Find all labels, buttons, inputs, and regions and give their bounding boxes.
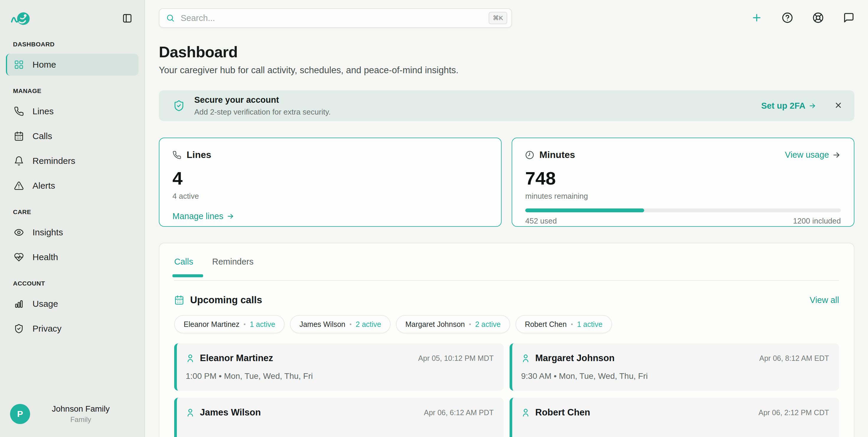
lines-active-label: 4 active: [173, 192, 488, 201]
sidebar-item-label: Privacy: [32, 323, 61, 334]
nav-section-account: ACCOUNTUsagePrivacy: [6, 280, 138, 340]
user-profile[interactable]: P Johnson Family Family: [0, 396, 144, 437]
sidebar-item-calls[interactable]: Calls: [6, 125, 138, 147]
chip-contact-name: Margaret Johnson: [405, 320, 465, 329]
sidebar-item-privacy[interactable]: Privacy: [6, 318, 138, 340]
contact-chip-james-wilson[interactable]: James Wilson•2 active: [290, 315, 391, 333]
sidebar-item-label: Insights: [32, 227, 63, 238]
help-circle-icon: [782, 12, 793, 23]
chip-active-count: 1 active: [250, 320, 275, 329]
call-contact-name: Eleanor Martinez: [200, 353, 273, 364]
minutes-remaining-label: minutes remaining: [525, 192, 841, 201]
calendar-icon: [174, 295, 184, 305]
sidebar-item-health[interactable]: Health: [6, 246, 138, 268]
sidebar-item-home[interactable]: Home: [6, 54, 138, 75]
close-icon: [834, 101, 843, 110]
contact-chip-margaret-johnson[interactable]: Margaret Johnson•2 active: [396, 315, 510, 333]
chip-active-count: 2 active: [475, 320, 500, 329]
sidebar-item-label: Usage: [32, 299, 58, 309]
security-banner: Secure your account Add 2-step verificat…: [159, 90, 855, 121]
call-card-james-wilson[interactable]: James WilsonApr 06, 6:12 AM PDT: [174, 398, 504, 437]
call-contact-name: James Wilson: [200, 407, 261, 418]
call-card-robert-chen[interactable]: Robert ChenApr 06, 2:12 PM CDT: [509, 398, 839, 437]
chip-separator-dot: •: [571, 321, 573, 328]
sidebar-toggle-button[interactable]: [121, 12, 134, 25]
nav-section-label: MANAGE: [13, 87, 138, 94]
app-window: DASHBOARDHomeMANAGELinesCallsRemindersAl…: [0, 0, 868, 437]
minutes-included-label: 1200 included: [793, 216, 841, 226]
grid-icon: [14, 60, 24, 70]
minutes-card-title: Minutes: [539, 149, 575, 160]
chip-separator-dot: •: [469, 321, 471, 328]
create-button[interactable]: [751, 12, 762, 24]
chip-separator-dot: •: [349, 321, 352, 328]
tab-reminders[interactable]: Reminders: [212, 257, 253, 267]
call-card-header: Eleanor MartinezApr 05, 10:12 PM MDT: [186, 353, 494, 364]
chat-icon: [843, 12, 855, 23]
setup-2fa-link[interactable]: Set up 2FA: [761, 101, 816, 111]
call-schedule: 9:30 AM • Mon, Tue, Wed, Thu, Fri: [521, 371, 829, 381]
nav-section-care: CAREInsightsHealth: [6, 209, 138, 268]
sidebar-item-lines[interactable]: Lines: [6, 100, 138, 122]
upcoming-calls-header: Upcoming calls View all: [174, 294, 839, 306]
heart-pulse-icon: [14, 252, 24, 262]
contact-chip-eleanor-martinez[interactable]: Eleanor Martinez•1 active: [174, 315, 285, 333]
chip-active-count: 1 active: [577, 320, 602, 329]
call-card-eleanor-martinez[interactable]: Eleanor MartinezApr 05, 10:12 PM MDT1:00…: [174, 343, 504, 391]
manage-lines-link[interactable]: Manage lines: [173, 211, 235, 221]
sidebar-item-label: Reminders: [32, 156, 75, 166]
page-title: Dashboard: [159, 43, 855, 61]
phone-icon: [14, 106, 24, 116]
minutes-used-label: 452 used: [525, 216, 557, 226]
tab-calls[interactable]: Calls: [174, 257, 193, 267]
lines-card: Lines 4 4 active Manage lines: [159, 137, 502, 227]
eye-icon: [14, 227, 24, 238]
call-contact-name: Robert Chen: [535, 407, 590, 418]
chip-contact-name: James Wilson: [299, 320, 345, 329]
search-bar[interactable]: ⌘K: [159, 8, 512, 28]
chip-contact-name: Robert Chen: [525, 320, 567, 329]
call-card-header: Robert ChenApr 06, 2:12 PM CDT: [521, 407, 829, 418]
sidebar-item-usage[interactable]: Usage: [6, 293, 138, 315]
banner-title: Secure your account: [194, 95, 331, 105]
plus-icon: [751, 12, 762, 23]
sidebar-item-insights[interactable]: Insights: [6, 221, 138, 243]
sidebar-item-label: Health: [32, 252, 58, 262]
minutes-progress-fill: [525, 209, 644, 212]
banner-close-button[interactable]: [834, 101, 843, 111]
call-card-margaret-johnson[interactable]: Margaret JohnsonApr 06, 8:12 AM EDT9:30 …: [509, 343, 839, 391]
setup-2fa-label: Set up 2FA: [761, 101, 805, 111]
chip-separator-dot: •: [244, 321, 246, 328]
search-input[interactable]: [180, 13, 483, 23]
nav-section-label: DASHBOARD: [13, 41, 138, 48]
lines-count: 4: [173, 169, 488, 187]
lines-card-title: Lines: [187, 149, 211, 160]
user-icon: [186, 408, 195, 417]
user-icon: [186, 354, 195, 363]
support-button[interactable]: [812, 12, 824, 24]
feedback-button[interactable]: [843, 12, 855, 24]
tab-bar: Calls Reminders: [174, 257, 839, 281]
sidebar-item-label: Lines: [32, 106, 54, 116]
user-icon: [521, 408, 530, 417]
view-all-link[interactable]: View all: [810, 295, 839, 305]
search-icon: [166, 13, 175, 23]
call-datetime: Apr 05, 10:12 PM MDT: [418, 354, 494, 363]
sidebar-nav: DASHBOARDHomeMANAGELinesCallsRemindersAl…: [0, 41, 144, 343]
nav-section-label: ACCOUNT: [13, 280, 138, 287]
sidebar-item-label: Alerts: [32, 181, 55, 191]
topbar: ⌘K: [159, 8, 855, 28]
contact-chip-robert-chen[interactable]: Robert Chen•1 active: [516, 315, 612, 333]
arrow-right-icon: [832, 151, 841, 159]
avatar: P: [10, 404, 30, 424]
user-name: Johnson Family: [30, 404, 131, 414]
upcoming-calls-grid: Eleanor MartinezApr 05, 10:12 PM MDT1:00…: [174, 343, 839, 437]
sidebar-item-alerts[interactable]: Alerts: [6, 175, 138, 197]
view-usage-link[interactable]: View usage: [785, 150, 841, 160]
stat-cards-row: Lines 4 4 active Manage lines Minutes Vi…: [159, 137, 855, 227]
calendar-icon: [14, 131, 24, 141]
shield-check-icon: [173, 100, 185, 112]
sidebar-item-reminders[interactable]: Reminders: [6, 150, 138, 172]
call-card-header: Margaret JohnsonApr 06, 8:12 AM EDT: [521, 353, 829, 364]
help-button[interactable]: [782, 12, 793, 24]
